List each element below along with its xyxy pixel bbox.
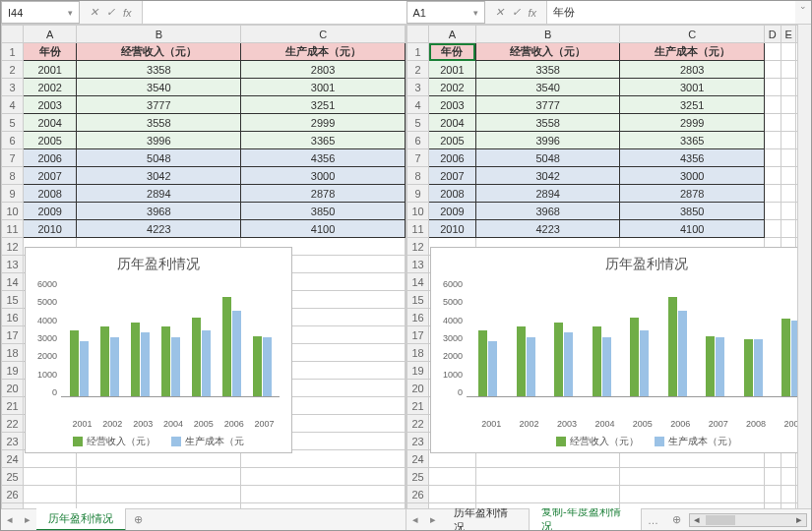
data-cell[interactable]: 2001: [24, 61, 77, 79]
row-header[interactable]: 13: [407, 256, 429, 273]
data-cell[interactable]: 4223: [77, 220, 241, 238]
row-header[interactable]: 25: [2, 468, 24, 486]
table-header-cell[interactable]: 年份: [429, 43, 476, 61]
row-header[interactable]: 6: [407, 132, 429, 149]
row-header[interactable]: 20: [2, 380, 24, 397]
data-cell[interactable]: 4100: [620, 220, 765, 238]
data-cell[interactable]: 3850: [241, 203, 406, 220]
cancel-icon[interactable]: ✕: [90, 6, 98, 19]
grid-left[interactable]: ABC1年份经营收入（元）生产成本（元）22001335828033200235…: [1, 25, 406, 508]
row-header[interactable]: 8: [2, 167, 24, 185]
new-sheet-icon[interactable]: ⊕: [126, 513, 151, 526]
data-cell[interactable]: 2005: [24, 132, 77, 149]
fx-icon[interactable]: fx: [529, 7, 537, 19]
new-sheet-icon[interactable]: ⊕: [664, 513, 689, 526]
row-header[interactable]: 7: [407, 149, 429, 167]
data-cell[interactable]: 2006: [429, 149, 476, 167]
data-cell[interactable]: 3042: [77, 167, 241, 185]
row-header[interactable]: 8: [407, 167, 429, 185]
formula-input-left[interactable]: [143, 1, 406, 24]
row-header[interactable]: 1: [407, 43, 429, 61]
horizontal-scrollbar[interactable]: ◂▸: [689, 513, 811, 527]
data-cell[interactable]: 3251: [620, 96, 765, 114]
data-cell[interactable]: 3968: [77, 203, 241, 220]
data-cell[interactable]: 3365: [241, 132, 406, 149]
row-header[interactable]: 5: [2, 114, 24, 132]
data-cell[interactable]: 4356: [241, 149, 406, 167]
data-cell[interactable]: 2007: [24, 167, 77, 185]
col-header[interactable]: C: [620, 26, 765, 43]
row-header[interactable]: 17: [2, 326, 24, 344]
row-header[interactable]: 23: [407, 433, 429, 450]
confirm-icon[interactable]: ✓: [512, 6, 521, 19]
row-header[interactable]: 12: [407, 238, 429, 256]
expand-formula-icon[interactable]: ⌄: [795, 1, 811, 24]
row-header[interactable]: 14: [2, 273, 24, 291]
row-header[interactable]: 20: [407, 380, 429, 397]
row-header[interactable]: 21: [407, 397, 429, 415]
row-header[interactable]: 18: [2, 344, 24, 362]
name-box-left[interactable]: I44 ▾: [1, 1, 80, 24]
data-cell[interactable]: 2878: [620, 185, 765, 203]
row-header[interactable]: 16: [2, 309, 24, 326]
data-cell[interactable]: 3850: [620, 203, 765, 220]
formula-input-right[interactable]: 年份: [547, 1, 795, 24]
tab-nav-prev[interactable]: ◂: [1, 513, 19, 526]
data-cell[interactable]: 2894: [475, 185, 620, 203]
col-header[interactable]: B: [475, 26, 620, 43]
data-cell[interactable]: 2008: [24, 185, 77, 203]
chart-right[interactable]: 历年盈利情况 6000500040003000200010000 2001200…: [430, 247, 811, 453]
row-header[interactable]: 10: [407, 203, 429, 220]
vertical-scrollbar[interactable]: [797, 25, 811, 508]
row-header[interactable]: 1: [2, 43, 24, 61]
data-cell[interactable]: 4100: [241, 220, 406, 238]
data-cell[interactable]: 2004: [429, 114, 476, 132]
data-cell[interactable]: 2878: [241, 185, 406, 203]
row-header[interactable]: 19: [407, 362, 429, 380]
row-header[interactable]: 25: [407, 468, 429, 486]
more-tabs-icon[interactable]: …: [642, 514, 664, 526]
data-cell[interactable]: 3358: [475, 61, 620, 79]
name-box-right[interactable]: A1 ▾: [406, 1, 485, 24]
row-header[interactable]: 27: [2, 503, 24, 509]
row-header[interactable]: 7: [2, 149, 24, 167]
row-header[interactable]: 15: [2, 291, 24, 309]
row-header[interactable]: 2: [2, 61, 24, 79]
data-cell[interactable]: 3968: [475, 203, 620, 220]
data-cell[interactable]: 2999: [620, 114, 765, 132]
data-cell[interactable]: 2002: [24, 79, 77, 96]
tab-nav-prev[interactable]: ◂: [406, 513, 424, 526]
row-header[interactable]: 15: [407, 291, 429, 309]
row-header[interactable]: 10: [2, 203, 24, 220]
data-cell[interactable]: 3540: [77, 79, 241, 96]
data-cell[interactable]: 2007: [429, 167, 476, 185]
row-header[interactable]: 26: [2, 486, 24, 503]
data-cell[interactable]: 4356: [620, 149, 765, 167]
col-header[interactable]: D: [764, 26, 781, 43]
data-cell[interactable]: 3777: [475, 96, 620, 114]
data-cell[interactable]: 5048: [77, 149, 241, 167]
row-header[interactable]: 24: [407, 450, 429, 468]
row-header[interactable]: 3: [407, 79, 429, 96]
row-header[interactable]: 4: [407, 96, 429, 114]
col-header[interactable]: A: [24, 26, 77, 43]
row-header[interactable]: 22: [407, 415, 429, 433]
data-cell[interactable]: 3042: [475, 167, 620, 185]
confirm-icon[interactable]: ✓: [106, 6, 115, 19]
row-header[interactable]: 16: [407, 309, 429, 326]
row-header[interactable]: 11: [2, 220, 24, 238]
row-header[interactable]: 18: [407, 344, 429, 362]
col-header[interactable]: B: [77, 26, 241, 43]
tab-sheet1-left[interactable]: 历年盈利情况: [36, 508, 126, 530]
row-header[interactable]: 17: [407, 326, 429, 344]
data-cell[interactable]: 3365: [620, 132, 765, 149]
data-cell[interactable]: 2009: [429, 203, 476, 220]
chevron-down-icon[interactable]: ▾: [473, 8, 478, 18]
data-cell[interactable]: 2003: [429, 96, 476, 114]
table-header-cell[interactable]: 经营收入（元）: [77, 43, 241, 61]
data-cell[interactable]: 3540: [475, 79, 620, 96]
data-cell[interactable]: 3251: [241, 96, 406, 114]
table-header-cell[interactable]: 生产成本（元）: [241, 43, 406, 61]
data-cell[interactable]: 3558: [475, 114, 620, 132]
data-cell[interactable]: 2010: [429, 220, 476, 238]
